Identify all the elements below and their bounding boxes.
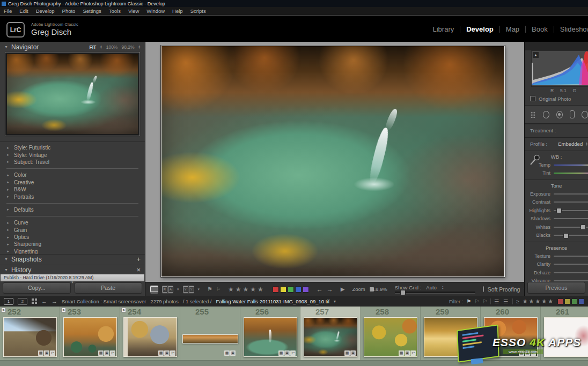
cell-flag-badge[interactable]: ⚑ — [1, 308, 6, 312]
wb-eyedropper-icon[interactable] — [529, 153, 541, 166]
filmstrip-cell-254[interactable]: 254⚑▦▣↩ — [120, 307, 180, 360]
navigator-header[interactable]: ▼ Navigator FIT ▲▼ 100% 98.2% ▲▼ — [0, 42, 145, 52]
filter-flag-reject-icon[interactable]: ⚐ — [482, 298, 487, 304]
loupe-view-button[interactable] — [150, 285, 158, 294]
filmstrip-cell-261[interactable]: 261 — [541, 307, 588, 360]
healing-tool-icon[interactable] — [543, 111, 549, 118]
snapshots-header[interactable]: ▼ Snapshots + — [0, 254, 145, 264]
filmstrip-cell-259[interactable]: 259▦▣ — [421, 307, 481, 360]
grid-auto-dropdown-icon[interactable]: ▲▼ — [442, 286, 444, 289]
menu-develop[interactable]: Develop — [36, 8, 55, 14]
menu-help[interactable]: Help — [172, 8, 183, 14]
grid-view-icon[interactable] — [32, 298, 37, 304]
compare-view-button[interactable]: RA — [162, 285, 173, 294]
preset-subject-travel[interactable]: ►Subject: Travel — [0, 159, 145, 166]
filter-edits-off-icon[interactable]: ☰ — [503, 298, 509, 304]
temp-slider[interactable] — [554, 165, 588, 166]
cell-badge-icon[interactable]: ▣ — [471, 350, 476, 356]
color-label-button-4[interactable] — [303, 286, 309, 293]
flag-reject-button[interactable]: ⚐ — [216, 287, 220, 292]
cell-badge-icon[interactable]: ▣ — [44, 350, 49, 356]
crop-tool-icon[interactable] — [530, 111, 536, 118]
main-photo[interactable] — [161, 46, 505, 277]
filmstrip-cell-255[interactable]: 255▦▣ — [180, 307, 240, 360]
cell-badge-icon[interactable]: ▣ — [104, 350, 109, 356]
color-label-button-3[interactable] — [295, 286, 302, 293]
graduated-filter-tool-icon[interactable] — [570, 110, 575, 118]
filmstrip-cell-257[interactable]: 257▦▣ — [300, 307, 361, 360]
grid-auto-select[interactable]: Auto — [426, 285, 437, 290]
soft-proofing-checkbox[interactable] — [483, 286, 484, 292]
filter-color-swatch-3[interactable] — [578, 298, 584, 304]
navigator-preview[interactable] — [5, 52, 140, 136]
radial-filter-tool-icon[interactable] — [582, 111, 588, 118]
slider-shadows[interactable] — [554, 218, 588, 219]
preset-style-vintage[interactable]: ►Style: Vintage — [0, 151, 145, 158]
main-window-button[interactable]: 1 — [4, 298, 13, 305]
cell-badge-icon[interactable]: ↩ — [290, 350, 296, 356]
cell-badge-icon[interactable]: ▣ — [350, 350, 356, 356]
go-forward-button[interactable]: → — [52, 298, 57, 304]
snapshot-add-button[interactable]: + — [136, 255, 141, 263]
cell-badge-icon[interactable]: ▦ — [344, 350, 350, 356]
collapse-triangle-icon[interactable]: ▼ — [4, 45, 8, 49]
cell-badge-icon[interactable]: ▦ — [278, 350, 284, 356]
preset-expand-icon[interactable]: ► — [6, 181, 10, 184]
menu-settings[interactable]: Settings — [83, 8, 101, 14]
filmstrip-cell-252[interactable]: 252⚑▦▣↩ — [0, 307, 60, 360]
cell-badge-icon[interactable]: ▦ — [98, 350, 104, 356]
preset-expand-icon[interactable]: ► — [6, 153, 10, 156]
preset-grain[interactable]: ►Grain — [0, 227, 145, 234]
zoom-dropdown-icon[interactable]: ▲▼ — [138, 45, 141, 49]
preset-expand-icon[interactable]: ► — [6, 236, 10, 239]
navigator-fit-button[interactable]: FIT — [89, 44, 96, 50]
preset-expand-icon[interactable]: ► — [6, 146, 10, 150]
paste-button[interactable]: Paste — [75, 282, 143, 294]
selected-filename[interactable]: Falling Water Falls-20111031-IMG_0908_09… — [216, 298, 330, 304]
before-after-dropdown-icon[interactable]: ▾ — [198, 287, 200, 292]
cell-badge-icon[interactable]: ▣ — [230, 350, 236, 356]
preset-optics[interactable]: ►Optics — [0, 234, 145, 241]
filter-edits-icon[interactable]: ☰ — [494, 298, 500, 304]
filter-color-swatch-1[interactable] — [564, 298, 570, 304]
slideshow-play-button[interactable]: ▶ — [341, 286, 345, 292]
cell-badge-icon[interactable]: ▦ — [465, 350, 470, 356]
history-triangle-icon[interactable]: ▼ — [4, 268, 8, 272]
module-tab-slideshow[interactable]: Slideshow — [554, 25, 588, 33]
cell-badge-icon[interactable]: ▦ — [399, 350, 404, 356]
navigator-zoom-value[interactable]: 98.2% — [121, 44, 134, 50]
preset-sharpening[interactable]: ►Sharpening — [0, 241, 145, 248]
color-label-button-0[interactable] — [273, 286, 279, 293]
before-after-button[interactable]: YY — [183, 285, 194, 294]
grid-size-slider[interactable] — [395, 292, 475, 294]
slider-exposure[interactable] — [554, 193, 588, 195]
flag-pick-button[interactable]: ⚑ — [207, 286, 212, 293]
previous-photo-button[interactable]: ← — [317, 286, 323, 293]
second-window-button[interactable]: 2 — [18, 298, 27, 305]
filmstrip-cell-253[interactable]: 253⚑▦▣↩ — [60, 307, 120, 360]
preset-expand-icon[interactable]: ► — [6, 188, 10, 191]
filename-dropdown-icon[interactable]: ▾ — [334, 299, 336, 304]
thumbnail-255[interactable] — [182, 334, 238, 343]
cell-badge-icon[interactable]: ↩ — [410, 350, 416, 356]
filmstrip-scrollbar[interactable] — [0, 360, 588, 366]
star-rating-buttons[interactable]: ★★★★★ — [228, 286, 265, 293]
grid-size-slider-thumb[interactable] — [400, 290, 406, 295]
slider-blacks[interactable] — [554, 235, 588, 236]
fit-dropdown-icon[interactable]: ▲▼ — [100, 45, 102, 49]
filmstrip-cell-256[interactable]: 256▦▣↩ — [240, 307, 300, 360]
preset-style-futuristic[interactable]: ►Style: Futuristic — [0, 144, 145, 151]
cell-badge-icon[interactable]: ▦ — [519, 350, 524, 356]
slider-clarity[interactable] — [554, 264, 588, 265]
preset-defaults[interactable]: ►Defaults — [0, 206, 145, 213]
tint-slider[interactable] — [554, 173, 588, 174]
preset-expand-icon[interactable]: ► — [6, 174, 10, 177]
cell-badge-icon[interactable]: ↩ — [531, 350, 536, 356]
module-tab-map[interactable]: Map — [500, 25, 525, 33]
thumbnail-261[interactable] — [544, 317, 588, 357]
rating-gte-toggle[interactable]: ≥ — [516, 298, 519, 304]
preset-b-w[interactable]: ►B&W — [0, 186, 145, 193]
histogram[interactable]: ▲ — [531, 50, 588, 87]
red-eye-tool-icon[interactable] — [556, 111, 563, 118]
slider-vibrance[interactable] — [554, 280, 588, 281]
